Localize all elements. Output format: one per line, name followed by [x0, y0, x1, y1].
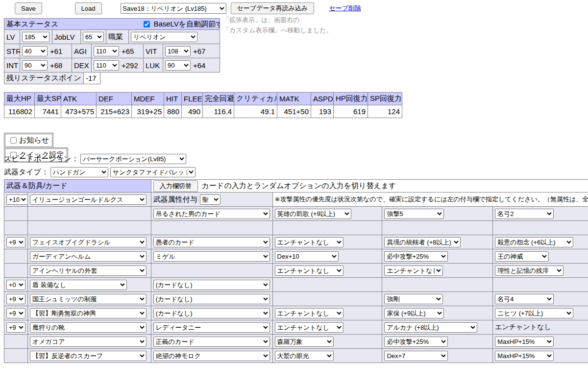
speed-potion-select[interactable]: バーサークポーション(Lv85) [80, 154, 186, 164]
enchant-select[interactable]: 強撃5 [384, 209, 444, 219]
equip-cell: (カードなし) [151, 306, 273, 320]
speed-potion-row: スピードポーション： バーサークポーション(Lv85) [4, 153, 588, 165]
lv-select[interactable]: 185 [22, 32, 49, 42]
equip-cell: 大鷲の眼光 [273, 349, 383, 363]
weapon-type-select[interactable]: ハンドガン [50, 167, 108, 177]
equipment-select[interactable]: 国王シュミッツの制服 [30, 294, 147, 304]
equip-row: +10イリュージョンゴールドルクス武器属性付与聖※攻撃属性の優先度は状況次第なの… [4, 193, 588, 207]
enchant-select[interactable]: エンチャントなし [275, 266, 343, 276]
enchant-select[interactable]: 大鷲の眼光 [275, 351, 334, 361]
reload-save-button[interactable]: セーブデータ再読み込み [231, 2, 315, 14]
stat-label-str: STR [4, 44, 20, 58]
card-select[interactable]: 正義のカード [153, 337, 270, 347]
refine-select[interactable]: +10 [6, 194, 28, 205]
equipment-select[interactable]: ガーディアンヘルム [30, 251, 147, 262]
equip-cell: エンチャントなし [273, 264, 383, 278]
equip-cell [4, 249, 28, 264]
card-select[interactable]: (カードなし) [153, 308, 270, 318]
vit-select[interactable]: 108 [165, 46, 191, 56]
enchant-select[interactable]: エンチャントなし [275, 308, 343, 318]
enchant-select[interactable]: 必中攻撃+25% [384, 337, 448, 347]
equip-row: オメガコア正義のカード森羅万象必中攻撃+25%MaxHP+15% [4, 335, 588, 349]
refine-select[interactable]: +9 [6, 322, 25, 333]
equip-row: ガーディアンヘルムミゲルDex+10必中攻撃+25%王の神威 [4, 249, 588, 264]
auto-adjust-baselv[interactable]: BaseLVを自動調節する [142, 20, 220, 29]
card-select[interactable]: レディータニー [153, 322, 270, 333]
enchant-select[interactable]: 理性と記憶の残滓 [495, 266, 564, 276]
equip-cell: +10 [4, 193, 28, 207]
equip-cell: MaxHP+15% [493, 349, 588, 363]
card-select[interactable]: ミゲル [153, 251, 270, 262]
ammo-select[interactable]: サンクタファイドバレット [110, 167, 196, 177]
refine-select[interactable]: +9 [6, 308, 25, 318]
enchant-select[interactable]: 強剛 [384, 294, 443, 304]
save-slot-select[interactable]: Save18：リベリオン (Lv185) [121, 3, 226, 14]
enchant-select[interactable]: Dex+10 [275, 251, 339, 262]
equipment-select[interactable]: イリュージョンゴールドルクス [30, 194, 147, 205]
refine-select[interactable]: +9 [6, 237, 25, 247]
equipment-select[interactable]: オメガコア [30, 337, 147, 347]
enchant-select[interactable]: 英雄の凱歌 (+9以上) [275, 209, 351, 219]
equip-row: アインヘリヤルの外套エンチャントなしエンチャントなし理性と記憶の残滓 [4, 264, 588, 278]
input-toggle-description: カードの入力とランダムオプションの入力を切り替えます [202, 181, 396, 191]
enchant-select[interactable]: 異境の統轄者 (+8以上) [384, 237, 461, 247]
card-select[interactable]: 愚者のカード [153, 237, 270, 247]
derived-header-cell: ASPD [311, 93, 334, 105]
lv-label: LV [4, 30, 20, 44]
layout-change-notice: 「拡張表示」は、画面右の 「カスタム表示欄」へ移動しました。 [223, 15, 333, 35]
equipment-select[interactable]: 盾 装備なし [30, 280, 127, 290]
str-select[interactable]: 40 [22, 46, 48, 56]
enchant-select[interactable]: 王の神威 [495, 251, 549, 262]
stat-label-luk: LUK [144, 58, 163, 73]
enchant-select[interactable]: 殺意の怨念 (+6以上) [495, 237, 573, 247]
enchant-select[interactable]: 必中攻撃+25% [384, 251, 448, 262]
enchant-select[interactable]: 家保 (+9以上) [384, 308, 444, 318]
equipment-select[interactable]: 【習】反逆者のスカーフ [30, 351, 147, 361]
job-select[interactable]: リベリオン [131, 32, 197, 42]
enchant-select[interactable]: 森羅万象 [275, 337, 334, 347]
enchant-select[interactable]: ニヒツ (+7以上) [495, 308, 573, 318]
enchant-select[interactable]: エンチャントなし [275, 322, 343, 333]
equip-cell [28, 221, 151, 235]
save-button[interactable]: Save [15, 2, 42, 14]
equip-row: +9国王シュミッツの制服(カードなし)強剛名弓4 [4, 292, 588, 306]
equipment-select[interactable]: 【習】剛勇無双の神輿 [30, 308, 147, 318]
equip-cell: 英雄の凱歌 (+9以上) [273, 207, 383, 221]
enchant-select[interactable]: 名弓2 [495, 209, 554, 219]
equipment-select[interactable]: アインヘリヤルの外套 [30, 266, 147, 276]
int-select[interactable]: 90 [22, 60, 48, 71]
remaining-points-table: 残りステータスポイント -17 [4, 73, 100, 84]
input-toggle-button[interactable]: 入力欄切替 [153, 180, 198, 192]
enchant-select[interactable]: Dex+7 [384, 351, 448, 361]
delete-save-link[interactable]: セーブ削除 [329, 4, 361, 13]
card-select[interactable]: (カードなし) [153, 280, 270, 290]
enchant-select[interactable]: MaxHP+15% [495, 337, 554, 347]
weapon-type-label: 武器タイプ： [4, 168, 49, 177]
auto-adjust-checkbox[interactable] [144, 21, 150, 27]
notice-line-1: 「拡張表示」は、画面右の [223, 15, 333, 25]
equipment-select[interactable]: フェイスオブイグドラシル [30, 237, 147, 247]
luk-select[interactable]: 90 [165, 60, 191, 71]
stat-cell-agi: 110 +65 [92, 44, 144, 58]
level-row: LV 185 JobLV 65 職業 リベリオン [4, 30, 220, 44]
card-select[interactable]: (カードなし) [153, 294, 270, 304]
dex-select[interactable]: 110 [94, 60, 119, 71]
enchant-select[interactable]: MaxHP+15% [495, 351, 554, 361]
enchant-select[interactable]: アルカナ (+8以上) [384, 322, 477, 333]
refine-select[interactable]: +9 [6, 294, 25, 304]
equip-cell [4, 335, 28, 349]
enchant-select[interactable]: エンチャントなし [384, 266, 443, 276]
weapon-element-select[interactable]: 聖 [200, 194, 220, 205]
equipment-select[interactable]: 魔狩りの靴 [30, 322, 147, 333]
card-select[interactable]: 絶望の神モロク [153, 351, 270, 361]
enchant-select[interactable]: 名弓4 [495, 294, 554, 304]
equip-cell: ニヒツ (+7以上) [493, 306, 588, 320]
equip-cell: イリュージョンゴールドルクス [28, 193, 151, 207]
refine-select[interactable]: +0 [6, 280, 25, 290]
agi-select[interactable]: 110 [94, 46, 119, 56]
joblv-select[interactable]: 65 [83, 32, 104, 42]
enchant-select[interactable]: エンチャントなし [275, 237, 343, 247]
card-select[interactable]: 吊るされた男のカード [153, 209, 270, 219]
load-button[interactable]: Load [75, 2, 102, 14]
equip-cell: 国王シュミッツの制服 [28, 292, 151, 306]
